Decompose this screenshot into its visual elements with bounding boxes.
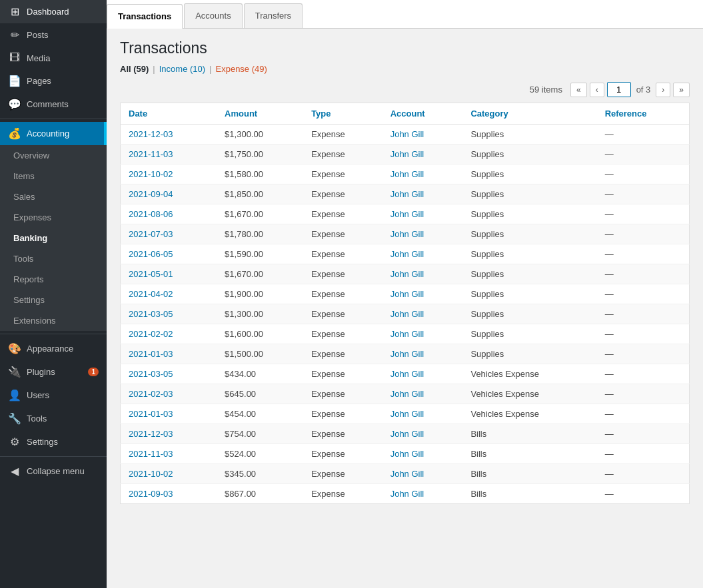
date-link[interactable]: 2021-05-01 bbox=[129, 269, 173, 279]
sidebar-item-appearance[interactable]: 🎨 Appearance bbox=[0, 337, 107, 360]
page-number-input[interactable] bbox=[607, 82, 631, 97]
account-link[interactable]: John Gill bbox=[390, 349, 424, 359]
date-link[interactable]: 2021-06-05 bbox=[129, 249, 173, 259]
sidebar-item-posts[interactable]: ✏ Posts bbox=[0, 23, 107, 47]
date-link[interactable]: 2021-08-06 bbox=[129, 209, 173, 219]
sidebar-item-extensions[interactable]: Extensions bbox=[0, 310, 107, 331]
cell-amount: $434.00 bbox=[217, 364, 303, 384]
account-link[interactable]: John Gill bbox=[390, 129, 424, 139]
tab-transactions[interactable]: Transactions bbox=[107, 4, 183, 29]
date-link[interactable]: 2021-09-03 bbox=[129, 489, 173, 499]
pagination-bar: 59 items « ‹ of 3 › » bbox=[120, 82, 690, 97]
sidebar-item-sales[interactable]: Sales bbox=[0, 186, 107, 207]
col-reference[interactable]: Reference bbox=[597, 103, 690, 125]
cell-category: Supplies bbox=[462, 125, 596, 145]
sidebar-item-media[interactable]: 🎞 Media bbox=[0, 47, 107, 69]
date-link[interactable]: 2021-03-05 bbox=[129, 309, 173, 319]
date-link[interactable]: 2021-10-02 bbox=[129, 469, 173, 479]
date-link[interactable]: 2021-07-03 bbox=[129, 229, 173, 239]
account-link[interactable]: John Gill bbox=[390, 249, 424, 259]
filter-income[interactable]: Income (10) bbox=[159, 64, 205, 74]
page-last-button[interactable]: » bbox=[673, 83, 690, 97]
tab-accounts[interactable]: Accounts bbox=[184, 3, 242, 28]
col-date[interactable]: Date bbox=[121, 103, 217, 125]
account-link[interactable]: John Gill bbox=[390, 489, 424, 499]
cell-reference: — bbox=[597, 184, 690, 204]
sidebar-divider-3 bbox=[0, 456, 107, 457]
account-link[interactable]: John Gill bbox=[390, 189, 424, 199]
account-link[interactable]: John Gill bbox=[390, 409, 424, 419]
date-link[interactable]: 2021-11-03 bbox=[129, 149, 173, 159]
date-link[interactable]: 2021-11-03 bbox=[129, 449, 173, 459]
account-link[interactable]: John Gill bbox=[390, 149, 424, 159]
cell-type: Expense bbox=[303, 364, 382, 384]
sidebar-item-settings[interactable]: ⚙ Settings bbox=[0, 430, 107, 453]
main-area: Transactions Accounts Transfers Transact… bbox=[107, 0, 703, 588]
cell-amount: $1,750.00 bbox=[217, 145, 303, 164]
items-label: Items bbox=[13, 171, 35, 181]
table-row: 2021-02-02$1,600.00ExpenseJohn GillSuppl… bbox=[121, 324, 690, 344]
date-link[interactable]: 2021-12-03 bbox=[129, 129, 173, 139]
page-next-button[interactable]: › bbox=[656, 83, 670, 97]
col-amount[interactable]: Amount bbox=[217, 103, 303, 125]
account-link[interactable]: John Gill bbox=[390, 309, 424, 319]
sidebar-item-comments[interactable]: 💬 Comments bbox=[0, 93, 107, 116]
account-link[interactable]: John Gill bbox=[390, 209, 424, 219]
account-link[interactable]: John Gill bbox=[390, 229, 424, 239]
sidebar-item-overview[interactable]: Overview bbox=[0, 145, 107, 166]
date-link[interactable]: 2021-03-05 bbox=[129, 369, 173, 379]
date-link[interactable]: 2021-04-02 bbox=[129, 289, 173, 299]
tab-transfers[interactable]: Transfers bbox=[244, 3, 303, 28]
date-link[interactable]: 2021-12-03 bbox=[129, 429, 173, 439]
sidebar-item-label: Media bbox=[27, 53, 50, 63]
cell-date: 2021-10-02 bbox=[121, 164, 217, 184]
sidebar-item-accounting[interactable]: 💰 Accounting bbox=[0, 122, 107, 145]
cell-amount: $1,780.00 bbox=[217, 224, 303, 244]
sidebar-item-reports[interactable]: Reports bbox=[0, 269, 107, 290]
date-link[interactable]: 2021-10-02 bbox=[129, 169, 173, 179]
date-link[interactable]: 2021-01-03 bbox=[129, 349, 173, 359]
sidebar-item-collapse[interactable]: ◀ Collapse menu bbox=[0, 459, 107, 483]
total-items: 59 items bbox=[530, 85, 562, 95]
cell-type: Expense bbox=[303, 484, 382, 504]
account-link[interactable]: John Gill bbox=[390, 369, 424, 379]
page-first-button[interactable]: « bbox=[570, 83, 587, 97]
sidebar-item-settings-sub[interactable]: Settings bbox=[0, 290, 107, 310]
table-row: 2021-08-06$1,670.00ExpenseJohn GillSuppl… bbox=[121, 204, 690, 224]
date-link[interactable]: 2021-09-04 bbox=[129, 189, 173, 199]
cell-amount: $1,670.00 bbox=[217, 204, 303, 224]
date-link[interactable]: 2021-02-02 bbox=[129, 329, 173, 339]
col-account[interactable]: Account bbox=[382, 103, 463, 125]
account-link[interactable]: John Gill bbox=[390, 169, 424, 179]
cell-reference: — bbox=[597, 125, 690, 145]
col-category[interactable]: Category bbox=[462, 103, 596, 125]
date-link[interactable]: 2021-01-03 bbox=[129, 409, 173, 419]
sidebar-item-banking[interactable]: Banking bbox=[0, 228, 107, 248]
sidebar-item-expenses[interactable]: Expenses bbox=[0, 207, 107, 228]
sidebar-item-tools[interactable]: 🔧 Tools bbox=[0, 407, 107, 430]
cell-category: Supplies bbox=[462, 244, 596, 264]
account-link[interactable]: John Gill bbox=[390, 329, 424, 339]
date-link[interactable]: 2021-02-03 bbox=[129, 389, 173, 399]
account-link[interactable]: John Gill bbox=[390, 389, 424, 399]
account-link[interactable]: John Gill bbox=[390, 429, 424, 439]
cell-date: 2021-03-05 bbox=[121, 304, 217, 324]
sidebar-item-dashboard[interactable]: ⊞ Dashboard bbox=[0, 0, 107, 23]
sidebar-item-users[interactable]: 👤 Users bbox=[0, 384, 107, 407]
sidebar-item-plugins[interactable]: 🔌 Plugins 1 bbox=[0, 360, 107, 384]
cell-date: 2021-01-03 bbox=[121, 344, 217, 364]
page-prev-button[interactable]: ‹ bbox=[590, 83, 604, 97]
sidebar-item-items[interactable]: Items bbox=[0, 166, 107, 186]
sidebar-item-tools-sub[interactable]: Tools bbox=[0, 248, 107, 269]
sidebar-item-pages[interactable]: 📄 Pages bbox=[0, 69, 107, 93]
account-link[interactable]: John Gill bbox=[390, 269, 424, 279]
account-link[interactable]: John Gill bbox=[390, 469, 424, 479]
cell-category: Supplies bbox=[462, 344, 596, 364]
cell-type: Expense bbox=[303, 125, 382, 145]
filter-expense[interactable]: Expense (49) bbox=[216, 64, 267, 74]
account-link[interactable]: John Gill bbox=[390, 449, 424, 459]
filter-sep-1: | bbox=[153, 64, 155, 74]
col-type[interactable]: Type bbox=[303, 103, 382, 125]
filter-all[interactable]: All (59) bbox=[120, 64, 149, 74]
account-link[interactable]: John Gill bbox=[390, 289, 424, 299]
